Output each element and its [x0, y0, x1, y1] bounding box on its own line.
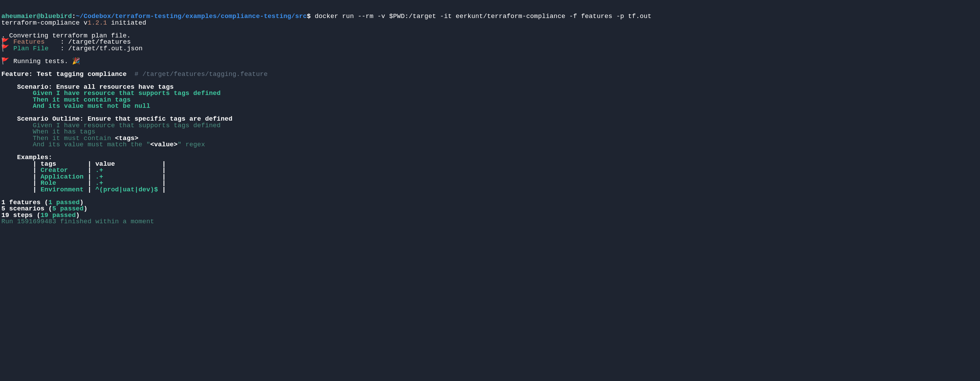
running-tests-text: Running tests.: [14, 58, 72, 65]
feature-hash: #: [130, 71, 142, 78]
scenario-step-and: And its value must not be null: [2, 103, 150, 110]
flag-icon: 🚩: [2, 45, 10, 53]
table-pipe: |: [162, 186, 165, 193]
table-pipe: |: [88, 186, 91, 193]
table-cell-value: ^(prod|uat|dev)$: [95, 186, 158, 193]
terminal-output: aheumaier@bluebird:~/Codebox/terraform-t…: [2, 13, 651, 225]
outline-placeholder-value: <value>: [150, 141, 177, 148]
party-icon: 🎉: [72, 58, 80, 65]
command-text: docker run --rm -v $PWD:/target -it eerk…: [311, 13, 651, 20]
prompt-dollar: $: [307, 13, 311, 20]
init-suffix: initiated: [107, 19, 146, 27]
table-cell-tag: Environment: [41, 186, 84, 193]
summary-run-line: Run 1591699483 finished within a moment: [2, 218, 154, 225]
planfile-sep: :: [49, 45, 68, 53]
planfile-path: /target/tf.out.json: [68, 45, 143, 53]
feature-path: /target/features/tagging.feature: [142, 71, 268, 78]
table-pipe: |: [33, 186, 37, 193]
summary-scenarios-suffix: ): [84, 205, 88, 212]
init-version: 1.2.1: [88, 19, 107, 27]
outline-step-and-suffix: " regex: [178, 141, 205, 148]
planfile-label: Plan File: [14, 45, 49, 53]
outline-step-and-prefix: And its value must match the ": [2, 141, 150, 148]
feature-keyword: Feature: Test tagging compliance: [2, 71, 130, 78]
flag-icon: 🚩: [2, 58, 10, 65]
init-prefix: terraform-compliance v: [2, 19, 88, 27]
